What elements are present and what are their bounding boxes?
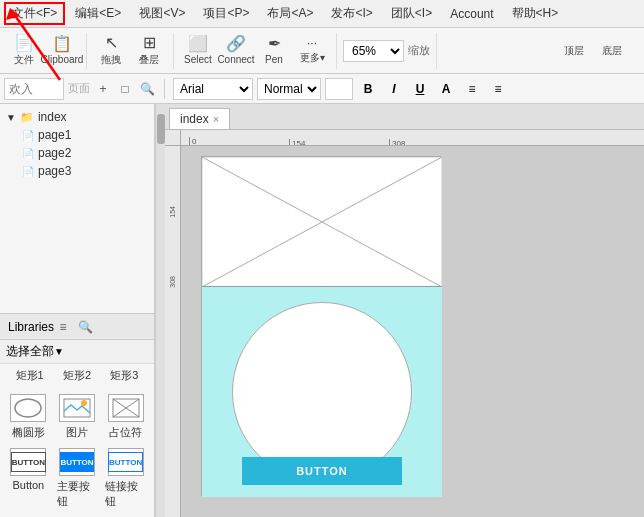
underline-button[interactable]: U [409, 78, 431, 100]
menu-edit[interactable]: 编辑<E> [67, 3, 129, 24]
scrollbar-thumb [157, 114, 165, 144]
bottom-layer-button[interactable]: 底层 [594, 34, 630, 68]
library-item-button-link[interactable]: BUTTON 链接按钮 [103, 446, 148, 511]
folder-icon: 📁 [20, 111, 34, 124]
select-all-label: 选择全部 [6, 343, 54, 360]
canvas-content[interactable]: BUTTON [181, 146, 644, 517]
tree-child-page2[interactable]: 📄 page2 [0, 144, 154, 162]
svg-point-2 [15, 399, 41, 417]
ruler-v-tick-308: 308 [165, 276, 179, 288]
page3-label: page3 [38, 164, 71, 178]
add-page-button[interactable]: + [94, 80, 112, 98]
more-button[interactable]: ··· 更多▾ [294, 34, 330, 68]
font-style-select[interactable]: Normal [257, 78, 321, 100]
library-item-placeholder[interactable]: 占位符 [103, 392, 148, 442]
placeholder-label: 占位符 [109, 425, 142, 440]
menu-project[interactable]: 项目<P> [195, 3, 257, 24]
menu-bar: 文件<F> 编辑<E> 视图<V> 项目<P> 布局<A> 发布<I> 团队<I… [0, 0, 644, 28]
font-toolbar: 页面 + □ 🔍 Arial Normal 13 B I U A ≡ ≡ [0, 74, 644, 104]
pen-icon: ✒ [268, 36, 281, 52]
libraries-search-button[interactable]: 🔍 [76, 318, 94, 336]
cat-item-1[interactable]: 矩形1 [6, 368, 53, 383]
page1-label: page1 [38, 128, 71, 142]
canvas-tab-index[interactable]: index × [169, 108, 230, 129]
menu-file[interactable]: 文件<F> [4, 2, 65, 25]
canvas-wrapper: 0 154 308 154 308 [165, 130, 644, 517]
select-button[interactable]: ⬜ Select [180, 34, 216, 68]
main-toolbar: 📄 文件 📋 Clipboard ↖ 拖拽 ⊞ 叠层 ⬜ Select 🔗 Co… [0, 28, 644, 74]
font-name-select[interactable]: Arial [173, 78, 253, 100]
clipboard-button[interactable]: 📋 Clipboard [44, 34, 80, 68]
tree-root-index[interactable]: ▼ 📁 index [0, 108, 154, 126]
font-size-input[interactable]: 13 [325, 78, 353, 100]
tree-child-page1[interactable]: 📄 page1 [0, 126, 154, 144]
ruler-v-tick-154: 154 [165, 206, 179, 218]
arrange-toolbar-group: ↖ 拖拽 ⊞ 叠层 [93, 33, 174, 69]
ruler-tick-308: 308 [389, 139, 405, 145]
menu-team[interactable]: 团队<I> [383, 3, 440, 24]
move-button[interactable]: ↖ 拖拽 [93, 34, 129, 68]
tab-close-button[interactable]: × [213, 113, 219, 125]
menu-view[interactable]: 视图<V> [131, 3, 193, 24]
file-button[interactable]: 📄 文件 [6, 34, 42, 68]
menu-account[interactable]: Account [442, 5, 501, 23]
button-filled-label: 主要按钮 [57, 479, 98, 509]
ruler-top: 0 154 308 [181, 130, 644, 146]
top-layer-button[interactable]: 顶层 [556, 34, 592, 68]
libraries-header-icons: ≡ 🔍 [54, 318, 94, 336]
library-items-grid: 椭圆形 图片 [0, 386, 154, 517]
page-label: 页面 [68, 81, 90, 96]
tree-child-page3[interactable]: 📄 page3 [0, 162, 154, 180]
dropdown-arrow-icon: ▼ [54, 346, 64, 357]
wireframe-image-top [202, 157, 442, 287]
zoom-select[interactable]: 50% 65% 75% 100% 125% [343, 40, 404, 62]
arrange-icon: ⊞ [143, 35, 156, 51]
connect-button[interactable]: 🔗 Connect [218, 34, 254, 68]
canvas-tabs: index × [165, 104, 644, 130]
file-toolbar-group: 📄 文件 📋 Clipboard [6, 33, 87, 69]
wireframe-circle [232, 302, 412, 482]
drag-icon: ↖ [105, 35, 118, 51]
left-panel-scrollbar[interactable] [155, 104, 165, 517]
zoom-label: 缩放 [408, 43, 430, 58]
more-icon: ··· [307, 37, 317, 49]
library-item-oval[interactable]: 椭圆形 [6, 392, 51, 442]
library-item-button-filled[interactable]: BUTTON 主要按钮 [55, 446, 100, 511]
image-icon [59, 394, 95, 422]
libraries-menu-button[interactable]: ≡ [54, 318, 72, 336]
library-item-image[interactable]: 图片 [55, 392, 100, 442]
cat-item-3[interactable]: 矩形3 [101, 368, 148, 383]
page-icon: 📄 [22, 148, 34, 159]
libraries-title: Libraries [8, 320, 54, 334]
copy-page-button[interactable]: □ [116, 80, 134, 98]
button-filled-icon: BUTTON [59, 448, 95, 476]
font-color-button[interactable]: A [435, 78, 457, 100]
file-icon: 📄 [14, 35, 34, 51]
align-left-button[interactable]: ≡ [461, 78, 483, 100]
ruler-corner [165, 130, 181, 146]
canvas-area: index × 0 154 308 154 308 [165, 104, 644, 517]
menu-publish[interactable]: 发布<I> [323, 3, 380, 24]
bold-button[interactable]: B [357, 78, 379, 100]
arrange-button[interactable]: ⊞ 叠层 [131, 34, 167, 68]
zoom-group: 50% 65% 75% 100% 125% 缩放 [343, 33, 437, 69]
library-select-row[interactable]: 选择全部 ▼ [0, 340, 154, 364]
cat-item-2[interactable]: 矩形2 [53, 368, 100, 383]
search-page-button[interactable]: 🔍 [138, 80, 156, 98]
pen-button[interactable]: ✒ Pen [256, 34, 292, 68]
align-right-button[interactable]: ≡ [487, 78, 509, 100]
button-link-icon: BUTTON [108, 448, 144, 476]
tree-root-label: index [38, 110, 67, 124]
button-outline-icon: BUTTON [10, 448, 46, 476]
ruler-left: 154 308 [165, 146, 181, 517]
image-placeholder-svg [202, 157, 442, 287]
menu-layout[interactable]: 布局<A> [259, 3, 321, 24]
image-label: 图片 [66, 425, 88, 440]
search-input[interactable] [4, 78, 64, 100]
svg-point-4 [81, 400, 87, 406]
menu-help[interactable]: 帮助<H> [504, 3, 567, 24]
library-item-button-outline[interactable]: BUTTON Button [6, 446, 51, 511]
italic-button[interactable]: I [383, 78, 405, 100]
select-icon: ⬜ [188, 36, 208, 52]
wireframe-page: BUTTON [201, 156, 441, 496]
